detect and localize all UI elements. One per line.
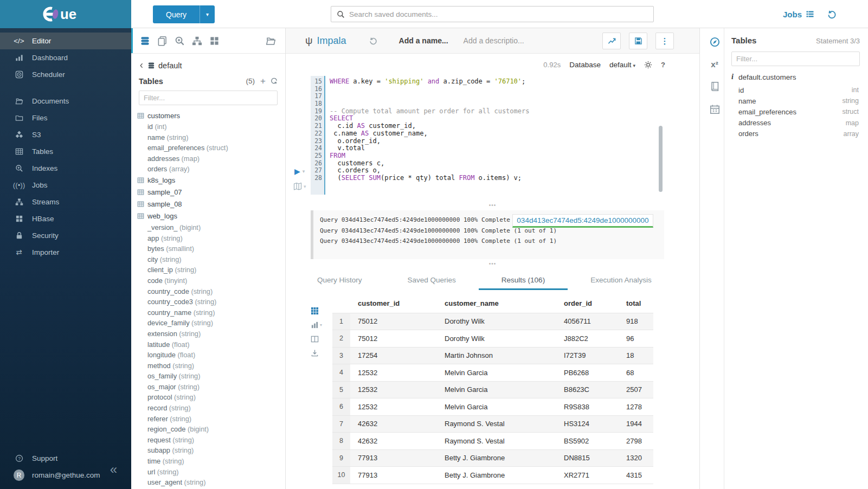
sidebar-item-security[interactable]: Security [0,227,131,244]
tables-filter-input[interactable] [139,94,277,102]
column-item[interactable]: request (string) [131,435,285,446]
column-item[interactable]: extension (string) [131,329,285,339]
sidebar-item-indexes[interactable]: Indexes [0,160,131,177]
search-input[interactable] [349,10,653,18]
active-table-link[interactable]: i default.customers [731,73,860,81]
column-header-customer-name[interactable]: customer_name [437,294,556,313]
column-item[interactable]: addresses (map) [131,153,285,164]
tab-query-history[interactable]: Query History [294,272,385,290]
table-row[interactable]: 842632Raymond S. VestalBS59022798 [332,433,653,450]
table-item-sample-08[interactable]: sample_08 [131,198,285,210]
column-item[interactable]: id (int) [131,121,285,132]
editor-scrollbar[interactable] [659,126,663,192]
column-item[interactable]: subapp (string) [131,445,285,456]
column-item[interactable]: name (string) [131,132,285,143]
databases-icon[interactable] [140,36,150,46]
column-item[interactable]: _version_ (bigint) [131,222,285,233]
table-row[interactable]: 512532Melvin GarciaB8623C2507 [332,381,653,398]
more-options-button[interactable]: ⋮ [655,33,674,49]
column-header-customer-id[interactable]: customer_id [350,294,437,313]
sidebar-item-hbase[interactable]: HBase [0,210,131,227]
sidebar-item-scheduler[interactable]: Scheduler [0,66,131,83]
column-item[interactable]: latitude (float) [131,339,285,350]
column-item[interactable]: code (tinyint) [131,275,285,286]
right-filter-input[interactable] [732,55,859,63]
table-item-web-logs[interactable]: web_logs [131,210,285,222]
schedule-calendar-icon[interactable] [710,104,720,114]
column-header-order-id[interactable]: order_id [556,294,619,313]
sidebar-item-tables[interactable]: Tables [0,143,131,160]
table-row[interactable]: 612532Melvin GarciaR9S8381278 [332,398,653,416]
query-caret-icon[interactable]: ▾ [200,5,215,23]
column-item[interactable]: country_name (string) [131,307,285,318]
sidebar-item-s3[interactable]: S3 [0,126,131,143]
column-item[interactable]: referer (string) [131,414,285,424]
table-row[interactable]: 1077913Betty J. GiambroneXR27714315 [332,467,653,484]
column-item[interactable]: user_agent (string) [131,477,285,488]
sidebar-item-files[interactable]: Files [0,110,131,126]
query-button[interactable]: Query ▾ [153,5,215,23]
refresh-icon[interactable] [271,78,278,85]
column-item[interactable]: url (string) [131,467,285,478]
column-item[interactable]: client_ip (string) [131,265,285,275]
chart-view-icon[interactable]: ▾ [311,321,325,329]
functions-icon[interactable]: x² [711,60,718,69]
query-description-field[interactable]: Add a descriptio... [464,36,524,45]
column-item[interactable]: region_code (bigint) [131,424,285,435]
grid-view-icon[interactable] [311,307,325,315]
column-item-addresses[interactable]: addresses map [731,118,860,128]
sitemap-icon[interactable] [192,36,202,46]
code-content[interactable]: WHERE a.key = 'shipping' and a.zip_code … [330,78,529,182]
column-item-orders[interactable]: orders array [731,128,860,139]
table-item-customers[interactable]: customers [131,110,285,121]
explorer-compass-icon[interactable] [710,37,720,47]
table-row[interactable]: 317254Martin JohnsonI72T3918 [332,347,653,364]
download-icon[interactable] [311,349,325,357]
column-item[interactable]: country_code (string) [131,286,285,297]
tab-saved-queries[interactable]: Saved Queries [385,272,479,290]
sidebar-item-dashboard[interactable]: Dashboard [0,49,131,66]
tab-execution-analysis[interactable]: Execution Analysis [568,272,674,290]
hue-logo[interactable]: ue [0,0,131,28]
chart-button[interactable] [602,33,621,49]
sidebar-item-streams[interactable]: Streams [0,194,131,210]
table-row[interactable]: 977913Betty J. GiambroneDN88151320 [332,449,653,467]
column-item[interactable]: os_major (string) [131,382,285,393]
database-dropdown[interactable]: default▾ [609,61,635,69]
table-row[interactable]: 175012Dorothy Wilk4056711918 [332,313,653,330]
language-reference-icon[interactable] [710,81,720,92]
column-item[interactable]: method (string) [131,361,285,371]
column-item[interactable]: app (string) [131,233,285,244]
back-chevron-icon[interactable] [139,62,144,69]
tab-results-106[interactable]: Results (106) [479,272,568,290]
column-item-name[interactable]: name string [731,95,860,106]
help-icon[interactable]: ? [661,61,665,69]
history-icon[interactable] [827,10,837,19]
column-item[interactable]: device_family (string) [131,318,285,329]
sidebar-item-importer[interactable]: ⇄ Importer [0,244,131,261]
save-button[interactable] [629,33,647,49]
apps-grid-icon[interactable] [209,36,220,46]
jobs-link[interactable]: Jobs [783,10,814,19]
columns-view-icon[interactable] [311,335,325,343]
settings-gear-icon[interactable] [644,61,652,69]
engine-selector[interactable]: ψ Impala [305,35,346,47]
database-breadcrumb[interactable]: default [131,54,285,70]
column-item[interactable]: email_preferences (struct) [131,143,285,153]
execute-button[interactable]: ▶▾ [294,167,305,176]
table-item-sample-07[interactable]: sample_07 [131,186,285,198]
column-item[interactable]: protocol (string) [131,392,285,403]
column-item[interactable]: time (string) [131,456,285,467]
query-history-icon[interactable] [369,37,377,45]
query-name-field[interactable]: Add a name... [399,36,448,45]
table-row[interactable]: 412532Melvin GarciaPB626868 [332,364,653,382]
query-id-link[interactable]: 034d413ec7474ed5:4249de1000000000 [512,214,653,228]
column-item[interactable]: longitude (float) [131,350,285,361]
sidebar-collapse-button[interactable]: « [110,463,117,476]
sidebar-item-editor[interactable]: </> Editor [0,33,131,49]
table-row[interactable]: 742632Raymond S. VestalHS31241944 [332,415,653,433]
column-item[interactable]: os_family (string) [131,371,285,382]
column-item[interactable]: record (string) [131,403,285,414]
presentation-mode-icon[interactable]: ▾ [293,182,306,191]
column-item[interactable]: orders (array) [131,164,285,175]
